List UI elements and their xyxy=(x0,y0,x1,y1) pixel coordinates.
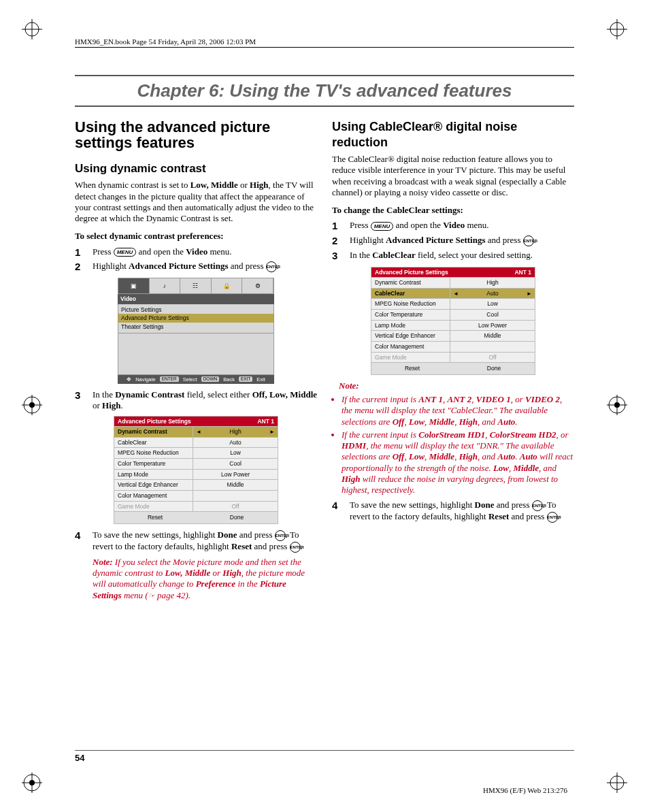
intro-paragraph: The CableClear® digital noise reduction … xyxy=(332,154,574,198)
step-number: 2 xyxy=(332,235,343,248)
table-row: Color Management xyxy=(371,341,535,352)
enter-key-icon: ENTER xyxy=(266,261,277,272)
osd-item: Theater Settings xyxy=(118,323,273,331)
footer-rule xyxy=(75,750,574,751)
subsection-title: Using dynamic contrast xyxy=(75,161,317,176)
settings-table-left: Advanced Picture SettingsANT 1 Dynamic C… xyxy=(114,416,278,524)
audio-tab-icon: ♪ xyxy=(150,278,181,293)
osd-item-highlighted: Advanced Picture Settings xyxy=(118,314,273,323)
osd-item: Picture Settings xyxy=(118,306,273,314)
menu-key-icon: MENU xyxy=(114,248,137,257)
table-tag: ANT 1 xyxy=(514,269,531,276)
steps-list: 4 To save the new settings, highlight Do… xyxy=(75,530,317,553)
reset-button: Reset xyxy=(114,512,196,523)
table-title: Advanced Picture Settings xyxy=(118,418,191,425)
done-button: Done xyxy=(453,363,535,374)
section-title: Using the advanced picture settings feat… xyxy=(75,119,317,150)
menu-key-icon: MENU xyxy=(371,222,394,231)
step-text: To save the new settings, highlight Done… xyxy=(93,530,317,553)
step-number: 4 xyxy=(75,530,86,542)
step-text: Press MENU and open the Video menu. xyxy=(350,220,574,231)
registration-mark-icon xyxy=(22,395,42,415)
table-row: Vertical Edge EnhancerMiddle xyxy=(371,330,535,341)
arrow-right-icon: ► xyxy=(269,429,275,436)
task-heading: To change the CableClear settings: xyxy=(332,205,574,216)
table-row: MPEG Noise ReductionLow xyxy=(114,447,278,458)
table-title: Advanced Picture Settings xyxy=(375,269,448,276)
done-button: Done xyxy=(196,512,278,523)
steps-list: 4 To save the new settings, highlight Do… xyxy=(332,500,574,523)
enter-key-icon: ENTER xyxy=(547,512,558,523)
note-bullet: If the current input is ANT 1, ANT 2, VI… xyxy=(342,394,574,427)
table-row: Game ModeOff xyxy=(371,352,535,363)
subsection-title: Using CableClear® digital noise reductio… xyxy=(332,119,574,150)
osd-spacer xyxy=(118,334,274,375)
page-header: HMX96_EN.book Page 54 Friday, April 28, … xyxy=(75,37,574,48)
registration-mark-icon xyxy=(22,19,42,39)
table-row: MPEG Noise ReductionLow xyxy=(371,298,535,309)
lock-tab-icon: 🔒 xyxy=(212,278,243,293)
settings-table-right: Advanced Picture SettingsANT 1 Dynamic C… xyxy=(371,267,535,375)
registration-mark-icon xyxy=(607,773,627,793)
osd-video-menu: ▣ ♪ ☷ 🔒 ⚙ Video Picture Settings Advance… xyxy=(118,278,274,384)
arrow-right-icon: ► xyxy=(527,291,532,297)
table-row: Dynamic ContrastHigh◄► xyxy=(114,426,278,437)
enter-key-icon: ENTER xyxy=(290,542,301,553)
table-row: Color TemperatureCool xyxy=(371,309,535,320)
step-text: Highlight Advanced Picture Settings and … xyxy=(350,235,574,246)
osd-tab-bar: ▣ ♪ ☷ 🔒 ⚙ xyxy=(118,278,274,294)
registration-mark-icon xyxy=(607,19,627,39)
table-row: Dynamic ContrastHigh xyxy=(371,277,535,288)
osd-menu-list: Picture Settings Advanced Picture Settin… xyxy=(118,304,274,334)
nav-icon: ✥ xyxy=(127,376,131,383)
step-number: 1 xyxy=(332,220,343,233)
table-row: Lamp ModeLow Power xyxy=(371,320,535,331)
step-number: 3 xyxy=(332,250,343,263)
table-row: CableClearAuto◄► xyxy=(371,288,535,299)
table-row: Vertical Edge EnhancerMiddle xyxy=(114,479,278,490)
steps-list: 3 In the Dynamic Contrast field, select … xyxy=(75,389,317,412)
steps-list: 1 Press MENU and open the Video menu. 2 … xyxy=(332,220,574,262)
table-tag: ANT 1 xyxy=(257,418,274,425)
video-tab-icon: ▣ xyxy=(118,278,150,293)
pointer-icon: ☞ xyxy=(148,591,155,601)
task-heading: To select dynamic contrast preferences: xyxy=(75,231,317,242)
registration-mark-icon xyxy=(22,773,42,793)
step-text: Highlight Advanced Picture Settings and … xyxy=(93,261,317,272)
arrow-left-icon: ◄ xyxy=(453,291,459,297)
footer-code: HMX96 (E/F) Web 213:276 xyxy=(483,786,567,794)
osd-footer: ✥Navigate ENTERSelect DOWNBack EXITExit xyxy=(118,375,274,384)
enter-key-icon: ENTER xyxy=(523,236,534,246)
osd-menu-label: Video xyxy=(118,294,274,304)
manual-page: HMX96_EN.book Page 54 Friday, April 28, … xyxy=(0,0,649,812)
apps-tab-icon: ☷ xyxy=(180,278,212,293)
right-column: Using CableClear® digital noise reductio… xyxy=(332,119,574,604)
exit-key-icon: EXIT xyxy=(239,376,252,382)
step-number: 2 xyxy=(75,261,86,274)
reset-button: Reset xyxy=(371,363,453,374)
left-column: Using the advanced picture settings feat… xyxy=(75,119,317,604)
enter-key-icon: ENTER xyxy=(160,376,179,382)
table-row: Color Management xyxy=(114,490,278,501)
table-row: Lamp ModeLow Power xyxy=(114,469,278,480)
table-row: CableClearAuto xyxy=(114,437,278,448)
step-text: In the Dynamic Contrast field, select ei… xyxy=(93,389,317,412)
setup-tab-icon: ⚙ xyxy=(242,278,273,293)
note-bullets: If the current input is ANT 1, ANT 2, VI… xyxy=(342,394,574,496)
step-text: To save the new settings, highlight Done… xyxy=(350,500,574,523)
step-number: 1 xyxy=(75,246,86,259)
note-paragraph: Note: If you select the Movie picture mo… xyxy=(93,557,317,601)
registration-mark-icon xyxy=(607,395,627,415)
steps-list: 1 Press MENU and open the Video menu. 2 … xyxy=(75,246,317,274)
chapter-title: Chapter 6: Using the TV's advanced featu… xyxy=(75,75,574,107)
note-label: Note: xyxy=(339,380,574,391)
enter-key-icon: ENTER xyxy=(275,530,286,541)
back-key-icon: DOWN xyxy=(201,376,220,382)
page-number: 54 xyxy=(75,753,84,763)
enter-key-icon: ENTER xyxy=(532,500,543,511)
note-bullet: If the current input is ColorStream HD1,… xyxy=(342,429,574,496)
table-row: Game ModeOff xyxy=(114,501,278,512)
table-row: Color TemperatureCool xyxy=(114,458,278,469)
arrow-left-icon: ◄ xyxy=(196,429,201,436)
step-text: In the CableClear field, select your des… xyxy=(350,250,574,261)
